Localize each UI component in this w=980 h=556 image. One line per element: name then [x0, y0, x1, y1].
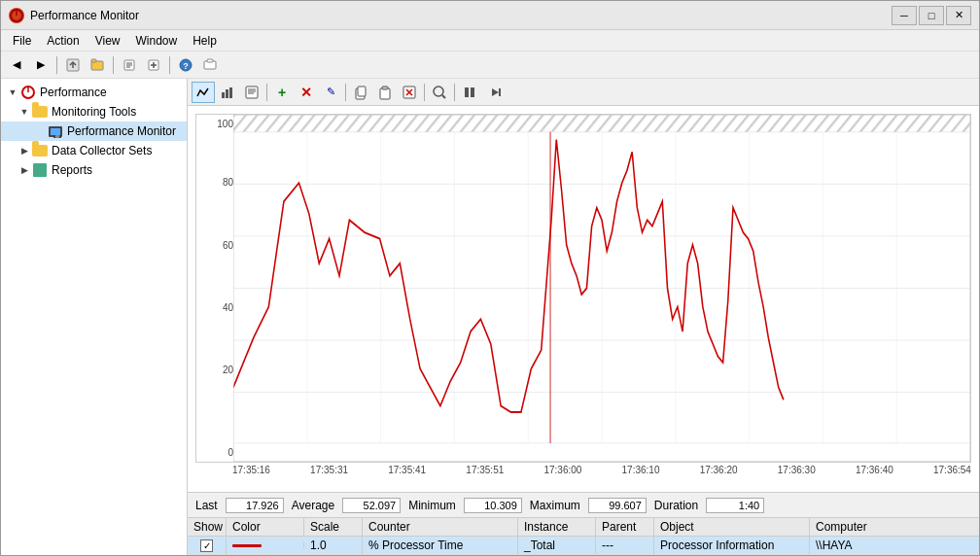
- menu-view[interactable]: View: [88, 32, 128, 50]
- row-checkbox[interactable]: ✓: [200, 539, 213, 552]
- svg-marker-37: [492, 88, 499, 96]
- graph-pause[interactable]: [458, 82, 481, 103]
- col-header-instance: Instance: [518, 518, 596, 536]
- duration-value: 1:40: [706, 498, 764, 513]
- svg-line-34: [442, 95, 445, 98]
- time-6: 17:36:10: [622, 465, 660, 482]
- toolbar-new[interactable]: [142, 54, 165, 76]
- graph-view-line[interactable]: [192, 82, 215, 103]
- graph-add[interactable]: +: [270, 82, 294, 103]
- data-table: Show Color Scale Counter Instance Parent…: [188, 517, 979, 555]
- graph-delete[interactable]: ✕: [295, 82, 318, 103]
- graph-clear[interactable]: [398, 82, 421, 103]
- graph-sep-1: [266, 84, 267, 101]
- row-instance: _Total: [518, 537, 596, 554]
- main-content: ▼ Performance ▼ Monitoring Tools: [1, 79, 979, 555]
- toolbar-extra[interactable]: [198, 54, 222, 76]
- svg-point-33: [434, 87, 443, 96]
- toolbar-help[interactable]: ?: [174, 54, 197, 76]
- table-header: Show Color Scale Counter Instance Parent…: [188, 518, 979, 537]
- graph-edit[interactable]: ✎: [319, 82, 342, 103]
- performance-label: Performance: [40, 86, 107, 99]
- graph-sep-2: [345, 84, 346, 101]
- chart-svg: [233, 115, 970, 462]
- menu-file[interactable]: File: [5, 32, 39, 50]
- svg-rect-5: [91, 59, 96, 62]
- graph-view-report[interactable]: [240, 82, 263, 103]
- window-controls: ─ □ ✕: [892, 6, 971, 25]
- y-label-0: 0: [204, 447, 233, 458]
- svg-rect-22: [246, 87, 258, 98]
- minimum-value: 10.309: [464, 498, 522, 513]
- toolbar-back[interactable]: ◀: [5, 54, 28, 76]
- y-label-100: 100: [204, 119, 233, 129]
- time-5: 17:36:00: [543, 465, 581, 482]
- svg-rect-21: [229, 87, 232, 98]
- color-indicator: [232, 544, 262, 547]
- svg-rect-35: [465, 87, 469, 97]
- perf-monitor-label: Performance Monitor: [67, 124, 176, 138]
- time-7: 17:36:20: [700, 465, 738, 482]
- average-label: Average: [292, 499, 334, 512]
- toolbar-sep-2: [113, 56, 114, 74]
- menu-help[interactable]: Help: [185, 32, 225, 50]
- graph-zoom[interactable]: [428, 82, 451, 103]
- svg-rect-19: [222, 92, 225, 98]
- toolbar-properties[interactable]: [118, 54, 141, 76]
- last-label: Last: [195, 499, 218, 512]
- toggle-reports: ▶: [17, 165, 32, 175]
- chart-container: 100 80 60 40 20 0: [195, 114, 971, 463]
- toolbar-sep-1: [56, 56, 57, 74]
- y-label-40: 40: [204, 302, 233, 313]
- title-bar: Performance Monitor ─ □ ✕: [1, 1, 979, 30]
- app-icon: [9, 8, 24, 23]
- svg-rect-20: [226, 89, 228, 98]
- col-header-show: Show: [188, 518, 227, 536]
- row-counter: % Processor Time: [363, 537, 518, 554]
- graph-view-histogram[interactable]: [216, 82, 239, 103]
- row-computer: \\HAYA: [810, 537, 927, 554]
- sidebar-item-performance-monitor[interactable]: Performance Monitor: [1, 122, 187, 141]
- menu-action[interactable]: Action: [39, 32, 87, 50]
- graph-copy[interactable]: [349, 82, 372, 103]
- maximize-button[interactable]: □: [919, 6, 944, 25]
- chart-inner: [233, 115, 970, 462]
- perf-monitor-icon: [48, 123, 63, 139]
- menu-window[interactable]: Window: [128, 32, 186, 50]
- sidebar-item-monitoring-tools[interactable]: ▼ Monitoring Tools: [1, 102, 187, 122]
- main-toolbar: ◀ ▶ ?: [1, 52, 979, 79]
- time-9: 17:36:40: [856, 465, 893, 482]
- svg-rect-40: [233, 115, 970, 132]
- main-window: Performance Monitor ─ □ ✕ File Action Vi…: [0, 0, 980, 556]
- row-scale: 1.0: [304, 537, 363, 554]
- col-header-counter: Counter: [363, 518, 518, 536]
- sidebar-item-data-collector[interactable]: ▶ Data Collector Sets: [1, 141, 187, 160]
- minimize-button[interactable]: ─: [892, 6, 917, 25]
- sidebar-item-reports[interactable]: ▶ Reports: [1, 160, 187, 180]
- sidebar-item-performance[interactable]: ▼ Performance: [1, 83, 187, 102]
- sidebar: ▼ Performance ▼ Monitoring Tools: [1, 79, 188, 555]
- col-header-scale: Scale: [304, 518, 363, 536]
- col-header-color: Color: [227, 518, 304, 536]
- svg-rect-28: [380, 88, 390, 99]
- graph-paste[interactable]: [373, 82, 397, 103]
- table-row[interactable]: ✓ 1.0 % Processor Time _Total --- Proces…: [188, 537, 979, 555]
- row-show[interactable]: ✓: [188, 538, 227, 554]
- row-object: Processor Information: [654, 537, 810, 554]
- close-button[interactable]: ✕: [946, 6, 971, 25]
- time-2: 17:35:31: [310, 465, 348, 482]
- performance-icon: [20, 85, 36, 100]
- toolbar-browse[interactable]: [86, 54, 109, 76]
- window-title: Performance Monitor: [30, 9, 892, 22]
- duration-label: Duration: [654, 499, 698, 512]
- toolbar-forward[interactable]: ▶: [29, 54, 52, 76]
- stats-bar: Last 17.926 Average 52.097 Minimum 10.30…: [188, 492, 979, 517]
- data-collector-label: Data Collector Sets: [52, 144, 152, 157]
- toggle-monitoring-tools: ▼: [17, 107, 32, 117]
- graph-sep-4: [454, 84, 455, 101]
- toolbar-up[interactable]: [61, 54, 85, 76]
- graph-stop[interactable]: [482, 82, 506, 103]
- reports-label: Reports: [52, 163, 92, 177]
- svg-rect-16: [207, 59, 213, 62]
- col-header-computer: Computer: [810, 518, 927, 536]
